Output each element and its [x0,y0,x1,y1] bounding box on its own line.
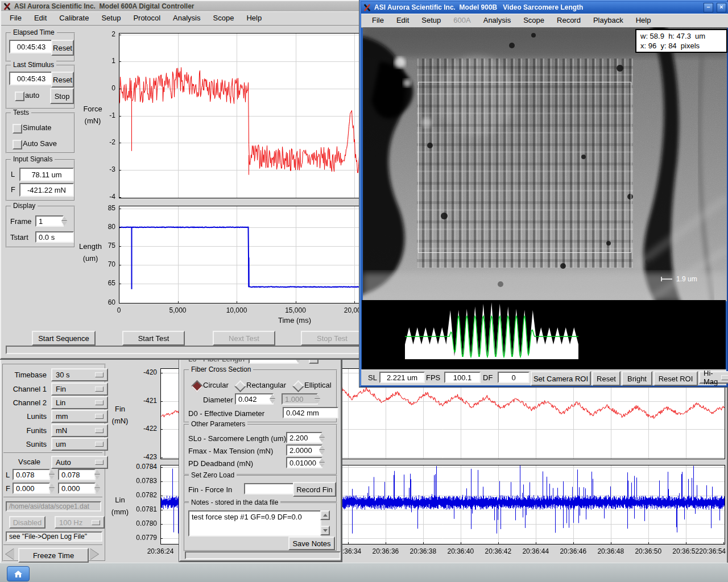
fps-field[interactable]: 100.1 [444,372,481,383]
slo-field[interactable]: 2.200 [286,432,322,443]
fmax-field[interactable]: 2.0000 [286,444,322,456]
vscale-l2-spinner[interactable] [93,469,101,480]
vscale-l-label: L [6,471,10,479]
sl-field[interactable]: 2.221 um [379,372,425,383]
tick-label: 0.0784 [124,463,157,471]
fin-force-in-field[interactable] [244,483,294,494]
menu-scope[interactable]: Scope [517,14,551,27]
channel2-label: Channel 2 [3,398,47,407]
start-sequence-button[interactable]: Start Sequence [32,331,96,346]
freeze-time-button[interactable]: Freeze Time [18,548,89,563]
sunits-dropdown[interactable]: um [51,438,108,451]
axis-label: Lin [100,496,140,504]
timebase-dropdown[interactable]: 30 s [51,368,108,381]
sample-rate-dropdown[interactable]: 100 Hz [55,516,105,529]
stop-test-button[interactable]: Stop Test [301,331,363,346]
menu-setup[interactable]: Setup [415,14,447,27]
vscale-l1-field[interactable]: 0.078 [13,469,50,480]
d0-field[interactable]: 0.042 mm [283,407,338,418]
vscale-f-label: F [6,484,10,493]
vscale-mode-dropdown[interactable]: Auto [51,456,108,469]
stimulus-reset-button[interactable]: Reset [51,72,74,88]
group-title: Fiber Cross Section [189,365,253,373]
menu-protocol[interactable]: Protocol [127,11,167,25]
menu-analysis[interactable]: Analysis [167,11,206,25]
diameter2-spinner[interactable] [313,393,321,405]
menu-600a[interactable]: 600A [447,14,477,27]
desktop: Timebase 30 s Channel 1 Fin Channel 2 Li… [0,0,728,582]
pd-deadband-field[interactable]: 0.01000 [286,457,322,468]
vscale-f2-spinner[interactable] [93,483,101,494]
vscale-f1-field[interactable]: 0.000 [13,483,50,494]
menu-scope[interactable]: Scope [207,11,241,25]
lunits-dropdown[interactable]: mm [51,410,108,423]
menu-record[interactable]: Record [551,14,587,27]
frame-field[interactable]: 1 [35,215,64,227]
channel1-dropdown[interactable]: Fin [51,383,108,396]
scroll-up-icon[interactable] [320,510,330,520]
tick-label: 15,000 [273,306,318,314]
df-label: DF [483,373,493,382]
vscale-f2-field[interactable]: 0.000 [58,483,96,494]
reset-button[interactable]: Reset [592,371,621,386]
roi-rectangle[interactable] [418,82,631,253]
channel1-value: Fin [56,385,66,393]
auto-save-checkbox[interactable] [13,140,22,149]
close-icon[interactable]: × [717,3,726,13]
group-title: Last Stimulus [11,61,56,69]
stimulus-auto-checkbox[interactable] [15,92,24,101]
notes-scrollbar[interactable] [320,510,330,535]
menu-file[interactable]: File [3,11,28,25]
diameter-field[interactable]: 0.042 [235,393,274,405]
menu-analysis[interactable]: Analysis [477,14,517,27]
reset-roi-button[interactable]: Reset ROI [653,371,698,386]
bright-button[interactable]: Bright [622,371,652,386]
parameters-dialog: Lo - Fiber Length Fiber Cross Section Ci… [179,344,342,562]
tstart-field[interactable]: 0.0 s [35,231,74,243]
vscale-l2-field[interactable]: 0.078 [58,469,96,480]
separator [3,497,102,498]
notes-textarea[interactable]: test force step #1 GF=0.9 DF=0.0 [188,510,321,537]
menu-file[interactable]: File [366,14,390,27]
menu-calibrate[interactable]: Calibrate [53,11,95,25]
start-test-button[interactable]: Start Test [122,331,185,346]
menu-help[interactable]: Help [630,14,657,27]
menu-edit[interactable]: Edit [28,11,53,25]
slo-spinner[interactable] [318,432,325,443]
scroll-down-icon[interactable] [320,526,330,535]
hi-mag-toggle[interactable]: Hi-Mag [699,371,728,384]
fmax-spinner[interactable] [318,444,325,456]
channel2-dropdown[interactable]: Lin [51,396,108,409]
elliptical-label: Elliptical [304,381,332,389]
diameter2-field: 1.000 [282,393,318,405]
group-title: Set Zero Load [189,471,237,479]
vscale-f1-spinner[interactable] [48,483,55,494]
next-test-button[interactable]: Next Test [213,331,275,346]
set-camera-roi-button[interactable]: Set Camera ROI [531,371,591,386]
scroll-left-button[interactable] [6,548,14,560]
diameter-spinner[interactable] [268,393,276,405]
record-fin-button[interactable]: Record Fin [293,482,336,497]
elapsed-reset-button[interactable]: Reset [51,40,74,56]
tick-label: -2 [82,138,115,146]
titlebar-600a[interactable]: ASI Aurora Scientific Inc. Model 600A Di… [1,1,367,11]
logging-disabled-button[interactable]: Disabled [9,516,46,529]
stimulus-stop-button[interactable]: Stop [50,88,74,104]
vscale-l1-spinner[interactable] [48,469,55,480]
menu-playback[interactable]: Playback [587,14,630,27]
menu-edit[interactable]: Edit [390,14,415,27]
menu-help[interactable]: Help [240,11,268,25]
frame-spinner[interactable] [60,215,68,227]
df-field[interactable]: 0 [498,372,530,383]
menu-setup[interactable]: Setup [95,11,127,25]
minimize-icon[interactable]: – [704,3,713,13]
funits-dropdown[interactable]: mN [51,424,108,437]
scale-bar: 1.9 um [661,275,697,283]
scroll-right-button[interactable] [90,548,98,560]
titlebar-900b[interactable]: ASI Aurora Scientific Inc. Model 900B Vi… [361,2,728,13]
pd-deadband-spinner[interactable] [318,457,325,468]
home-folder-icon[interactable] [7,566,30,581]
simulate-checkbox[interactable] [13,124,22,134]
save-notes-button[interactable]: Save Notes [288,537,335,550]
tick-label: -3 [82,165,115,173]
